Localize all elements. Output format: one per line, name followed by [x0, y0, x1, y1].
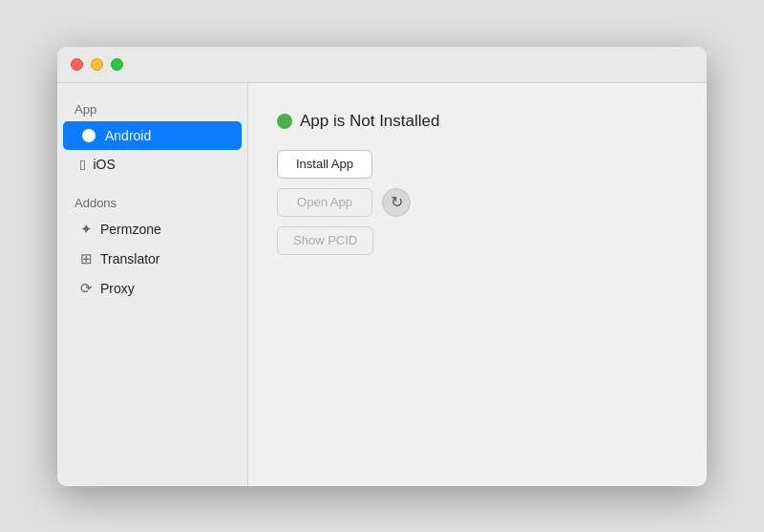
app-section-label: App [57, 96, 247, 120]
status-row: App is Not Installed [277, 112, 678, 131]
status-text: App is Not Installed [300, 112, 439, 131]
sidebar-item-ios[interactable]:  iOS [63, 151, 242, 179]
install-button-row: Install App [277, 150, 678, 179]
app-window: App Android  iOS Addons ✦ Permzone [57, 47, 707, 486]
show-pcid-button[interactable]: Show PCID [277, 226, 373, 255]
refresh-button[interactable]: ↻ [382, 188, 411, 217]
status-dot-icon [277, 114, 292, 129]
content-area: App Android  iOS Addons ✦ Permzone [57, 83, 707, 486]
sidebar-item-permzone[interactable]: ✦ Permzone [63, 215, 242, 244]
show-pcid-button-row: Show PCID [277, 226, 678, 255]
open-app-button[interactable]: Open App [277, 188, 372, 217]
sidebar-item-android[interactable]: Android [63, 121, 242, 150]
proxy-icon: ⟳ [80, 280, 93, 297]
maximize-button[interactable] [111, 58, 123, 71]
sidebar-item-permzone-label: Permzone [100, 222, 161, 237]
apple-icon:  [80, 157, 85, 173]
minimize-button[interactable] [91, 58, 103, 71]
sidebar-item-proxy-label: Proxy [100, 281, 135, 296]
install-app-button[interactable]: Install App [277, 150, 372, 179]
sidebar-item-translator[interactable]: ⊞ Translator [63, 245, 242, 273]
sidebar-item-ios-label: iOS [93, 157, 115, 172]
titlebar [57, 47, 707, 83]
translator-icon: ⊞ [80, 250, 93, 267]
main-content: App is Not Installed Install App Open Ap… [248, 83, 707, 486]
refresh-icon: ↻ [391, 193, 403, 211]
sidebar-item-translator-label: Translator [100, 251, 160, 266]
sidebar-item-android-label: Android [105, 128, 151, 143]
open-button-row: Open App ↻ [277, 188, 678, 217]
close-button[interactable] [71, 58, 83, 71]
permzone-icon: ✦ [80, 221, 93, 238]
sidebar-item-proxy[interactable]: ⟳ Proxy [63, 274, 242, 303]
android-icon [80, 127, 97, 144]
addons-section-label: Addons [57, 190, 247, 214]
sidebar: App Android  iOS Addons ✦ Permzone [57, 83, 248, 486]
